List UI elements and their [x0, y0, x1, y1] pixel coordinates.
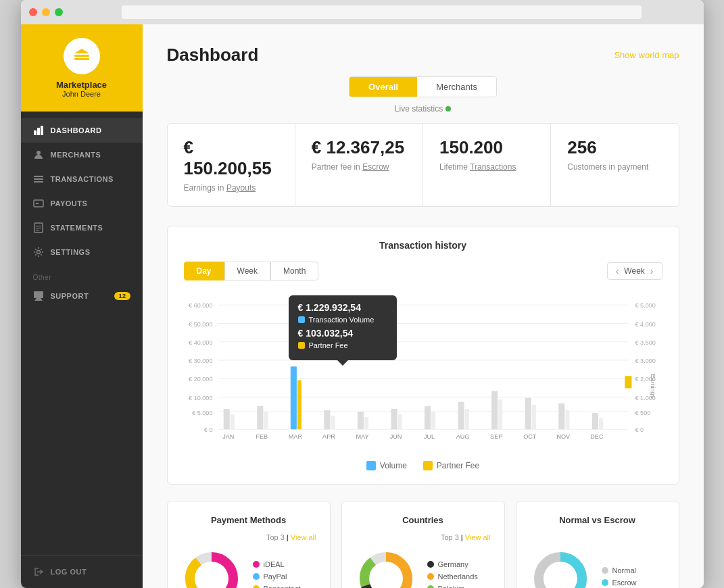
- svg-rect-56: [458, 402, 464, 429]
- stat-card-customers: 256 Customers in payment: [551, 124, 678, 206]
- svg-rect-15: [36, 230, 39, 230]
- sidebar-item-merchants[interactable]: Merchants: [21, 143, 143, 167]
- svg-rect-60: [525, 398, 531, 430]
- svg-rect-57: [464, 409, 468, 429]
- countries-legend: Germany Netherlands Belgium: [427, 560, 478, 589]
- svg-rect-1: [74, 55, 89, 57]
- sidebar-item-payouts[interactable]: Payouts: [21, 191, 143, 216]
- stat-value-customers: 256: [567, 137, 662, 158]
- tab-group: Overall Merchants: [349, 76, 497, 97]
- svg-text:€ 0: € 0: [203, 426, 212, 433]
- svg-rect-43: [230, 414, 234, 429]
- payment-methods-title: Payment Methods: [181, 515, 316, 525]
- stat-label-partner-fee: Partner fee in Escrow: [312, 162, 406, 172]
- svg-rect-65: [598, 418, 602, 429]
- brand-user: John Deere: [62, 90, 101, 98]
- svg-rect-52: [391, 409, 397, 429]
- svg-rect-49: [331, 416, 335, 429]
- tab-overall[interactable]: Overall: [349, 77, 417, 97]
- stat-card-transactions: 150.200 Lifetime Transactions: [423, 124, 551, 206]
- app-window: Marketplace John Deere Dashboard Merchan…: [21, 0, 704, 588]
- minimize-button[interactable]: [42, 8, 50, 16]
- tab-merchants[interactable]: Merchants: [417, 77, 496, 97]
- normal-dot: [602, 567, 608, 574]
- sidebar-item-transactions[interactable]: Transactions: [21, 167, 143, 191]
- period-btn-month[interactable]: Month: [270, 262, 318, 280]
- show-world-map-link[interactable]: Show world map: [614, 50, 679, 60]
- svg-rect-55: [431, 412, 435, 429]
- normal-vs-escrow-donut: [530, 548, 591, 589]
- sidebar-item-dashboard[interactable]: Dashboard: [21, 118, 143, 143]
- svg-text:MAR: MAR: [288, 433, 302, 440]
- svg-marker-2: [74, 49, 89, 53]
- stat-card-earnings: € 150.200,55 Earnings in Payouts: [168, 124, 295, 206]
- svg-rect-45: [264, 412, 268, 429]
- tooltip-volume-value: € 1.229.932,54: [298, 302, 387, 313]
- svg-text:APR: APR: [322, 433, 335, 440]
- svg-text:€ 20.000: € 20.000: [189, 376, 212, 383]
- svg-text:€ 10.000: € 10.000: [189, 395, 212, 401]
- week-next-button[interactable]: ›: [650, 266, 654, 276]
- countries-donut-svg: [356, 548, 416, 589]
- svg-rect-44: [257, 406, 263, 429]
- legend-normal: Normal: [602, 566, 637, 574]
- legend-escrow: Escrow: [602, 579, 637, 587]
- svg-text:MAY: MAY: [356, 433, 368, 440]
- countries-donut: [356, 548, 416, 589]
- support-icon: [33, 291, 44, 301]
- normal-vs-escrow-legend: Normal Escrow: [602, 566, 637, 589]
- paypal-dot: [253, 573, 260, 580]
- svg-rect-14: [36, 228, 41, 228]
- period-btn-day[interactable]: Day: [184, 262, 224, 280]
- svg-text:€ 3.500: € 3.500: [635, 339, 655, 346]
- svg-text:JUL: JUL: [424, 433, 435, 440]
- live-stats: Live statistics: [167, 104, 679, 114]
- payment-methods-view-all[interactable]: View all: [291, 533, 316, 541]
- sidebar: Marketplace John Deere Dashboard Merchan…: [21, 24, 143, 588]
- week-prev-button[interactable]: ‹: [616, 266, 619, 276]
- support-badge: 12: [114, 292, 130, 300]
- sidebar-item-statements[interactable]: Statements: [21, 216, 143, 240]
- svg-rect-11: [36, 203, 39, 204]
- countries-title: Countries: [356, 515, 491, 525]
- maximize-button[interactable]: [55, 8, 63, 16]
- sidebar-item-settings[interactable]: Settings: [21, 240, 143, 264]
- bottom-row: Payment Methods Top 3 | View all: [167, 501, 679, 589]
- svg-point-6: [37, 151, 41, 155]
- close-button[interactable]: [29, 8, 37, 16]
- payment-methods-donut-section: iDEAL PayPal Bancontact: [181, 548, 316, 589]
- svg-rect-5: [41, 126, 43, 135]
- svg-rect-3: [34, 130, 37, 135]
- sidebar-item-support[interactable]: Support 12: [21, 284, 143, 308]
- svg-rect-63: [565, 410, 569, 429]
- app-container: Marketplace John Deere Dashboard Merchan…: [21, 24, 704, 588]
- legend-ideal: iDEAL: [253, 560, 301, 568]
- chart-legend: Volume Partner Fee: [184, 461, 662, 470]
- svg-rect-61: [531, 405, 535, 429]
- volume-dot: [298, 316, 305, 323]
- svg-text:€ 500: € 500: [635, 410, 650, 416]
- netherlands-dot: [427, 573, 434, 580]
- svg-text:€ 60.000: € 60.000: [189, 302, 212, 309]
- svg-text:OCT: OCT: [523, 433, 537, 440]
- volume-color: [366, 461, 376, 470]
- titlebar-bar: [122, 5, 642, 19]
- stats-cards: € 150.200,55 Earnings in Payouts € 12.36…: [167, 123, 679, 207]
- sidebar-nav: Dashboard Merchants Transactions Payouts…: [21, 112, 143, 555]
- svg-rect-42: [223, 409, 229, 429]
- stat-value-earnings: € 150.200,55: [184, 137, 279, 179]
- period-btn-week[interactable]: Week: [224, 262, 270, 280]
- transaction-chart: € 60.000 € 50.000 € 40.000 € 30.000 € 20…: [184, 295, 662, 446]
- logout-button[interactable]: Log Out: [33, 566, 130, 577]
- countries-card: Countries Top 3 | View all: [341, 501, 505, 589]
- fee-color: [423, 461, 433, 470]
- legend-paypal: PayPal: [253, 572, 301, 581]
- countries-view-all[interactable]: View all: [465, 533, 491, 541]
- tooltip-arrow: [337, 360, 348, 366]
- stat-value-partner-fee: € 12.367,25: [312, 137, 406, 158]
- live-indicator: [445, 106, 451, 112]
- svg-rect-53: [397, 414, 402, 429]
- countries-top3: Top 3 | View all: [356, 533, 491, 541]
- payment-methods-card: Payment Methods Top 3 | View all: [167, 501, 331, 589]
- legend-germany: Germany: [427, 560, 478, 568]
